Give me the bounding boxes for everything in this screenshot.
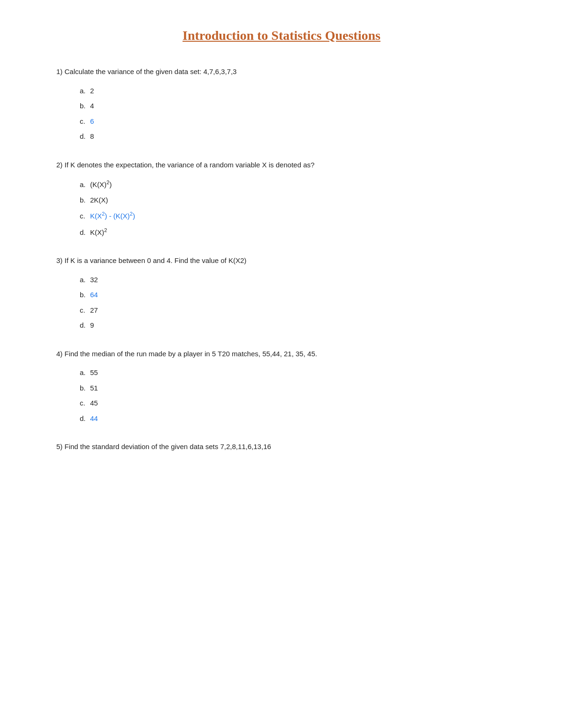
option-label: b. [80,101,90,112]
question-2-option-a: a.(K(X)2) [80,179,507,190]
option-label: b. [80,195,90,206]
question-4: 4) Find the median of the run made by a … [56,349,507,424]
question-5-text: 5) Find the standard deviation of the gi… [56,442,507,452]
option-label: b. [80,383,90,394]
question-1-option-b: b.4 [80,101,507,112]
option-text: 9 [90,321,94,329]
option-text: 51 [90,384,98,392]
option-label: d. [80,131,90,142]
option-text: 2 [90,87,94,95]
question-3-option-c: c.27 [80,305,507,316]
question-4-option-b: b.51 [80,383,507,394]
question-4-option-c: c.45 [80,398,507,409]
page-title: Introduction to Statistics Questions [56,28,507,43]
option-label: a. [80,368,90,378]
question-3-option-b: b.64 [80,290,507,300]
option-text: 55 [90,368,98,376]
option-text: 27 [90,306,98,314]
question-3-text: 3) If K is a variance between 0 and 4. F… [56,255,507,266]
question-2-options: a.(K(X)2)b.2K(X)c.K(X2) - (K(X)2)d.K(X)2 [80,179,507,238]
option-label: d. [80,227,90,238]
option-text: K(X)2 [90,228,107,236]
option-text: 2K(X) [90,196,108,204]
question-2-option-d: d.K(X)2 [80,226,507,238]
option-label: c. [80,398,90,409]
question-1-text: 1) Calculate the variance of the given d… [56,67,507,77]
option-label: a. [80,180,90,190]
question-3-option-d: d.9 [80,320,507,331]
question-1-option-c: c.6 [80,116,507,127]
question-3: 3) If K is a variance between 0 and 4. F… [56,255,507,331]
option-label: d. [80,320,90,331]
question-3-option-a: a.32 [80,275,507,285]
option-text: (K(X)2) [90,180,112,188]
question-4-options: a.55b.51c.45d.44 [80,368,507,424]
option-label: a. [80,275,90,285]
question-4-option-d: d.44 [80,413,507,424]
option-label: c. [80,211,90,222]
option-label: c. [80,116,90,127]
question-4-text: 4) Find the median of the run made by a … [56,349,507,360]
question-2-text: 2) If K denotes the expectation, the var… [56,160,507,171]
question-4-option-a: a.55 [80,368,507,378]
question-2-option-b: b.2K(X) [80,195,507,206]
option-label: a. [80,86,90,97]
question-2: 2) If K denotes the expectation, the var… [56,160,507,238]
option-text: 32 [90,276,98,284]
question-5: 5) Find the standard deviation of the gi… [56,442,507,452]
option-label: b. [80,290,90,300]
option-text: 6 [90,117,94,125]
question-1: 1) Calculate the variance of the given d… [56,67,507,142]
option-text: 8 [90,132,94,140]
question-1-option-a: a.2 [80,86,507,97]
questions-container: 1) Calculate the variance of the given d… [56,67,507,452]
question-3-options: a.32b.64c.27d.9 [80,275,507,331]
question-1-options: a.2b.4c.6d.8 [80,86,507,142]
option-text: 64 [90,291,98,299]
option-text: K(X2) - (K(X)2) [90,212,135,220]
question-2-option-c: c.K(X2) - (K(X)2) [80,210,507,222]
option-text: 4 [90,102,94,110]
option-text: 44 [90,414,98,422]
option-label: d. [80,413,90,424]
option-label: c. [80,305,90,316]
question-1-option-d: d.8 [80,131,507,142]
option-text: 45 [90,399,98,407]
